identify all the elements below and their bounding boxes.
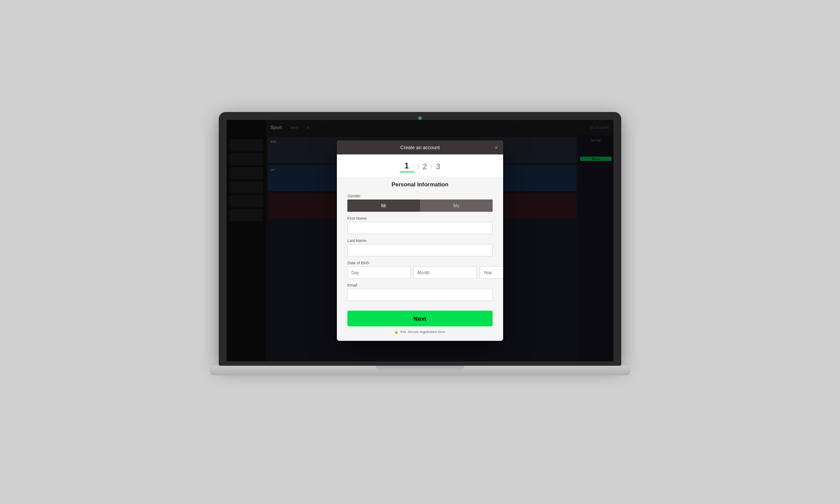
step-2-number: 2 bbox=[423, 162, 427, 172]
modal-body: Personal Information Gender Mr Ms First … bbox=[337, 177, 503, 341]
screen-bezel: Sport tions B 12:24 (GMT bet slip More g bbox=[219, 112, 621, 366]
dob-month-input[interactable] bbox=[413, 266, 477, 279]
gender-toggle: Mr Ms bbox=[347, 200, 493, 212]
create-account-modal: Create an account × 1 / 2 / bbox=[337, 140, 503, 341]
laptop-hinge bbox=[376, 366, 464, 370]
lock-icon: 🔒 bbox=[394, 330, 399, 334]
email-label: Email bbox=[347, 283, 493, 287]
modal-overlay: Create an account × 1 / 2 / bbox=[227, 120, 613, 361]
step-divider-1: / bbox=[417, 163, 419, 171]
gender-ms-button[interactable]: Ms bbox=[420, 200, 493, 212]
step-3: 3 bbox=[436, 162, 440, 172]
laptop-base bbox=[210, 366, 630, 375]
step-2: 2 bbox=[423, 162, 427, 172]
gender-group: Gender Mr Ms bbox=[347, 194, 493, 212]
dob-row bbox=[347, 266, 493, 279]
step-1: 1 bbox=[400, 161, 414, 172]
ssl-notice: 🔒 SSL Secure registration form. bbox=[347, 330, 493, 334]
next-button[interactable]: Next bbox=[347, 311, 493, 326]
first-name-group: First Name bbox=[347, 216, 493, 234]
dob-group: Date of Birth bbox=[347, 261, 493, 279]
step-1-number: 1 bbox=[405, 161, 409, 171]
step-1-underline bbox=[400, 172, 414, 172]
dob-label: Date of Birth bbox=[347, 261, 493, 265]
close-button[interactable]: × bbox=[494, 145, 498, 150]
ssl-text: SSL Secure registration form. bbox=[400, 330, 446, 334]
gender-label: Gender bbox=[347, 194, 493, 198]
camera bbox=[418, 116, 422, 120]
laptop: Sport tions B 12:24 (GMT bet slip More g bbox=[219, 112, 621, 392]
email-group: Email bbox=[347, 283, 493, 301]
step-divider-2: / bbox=[430, 163, 432, 171]
last-name-label: Last Name bbox=[347, 238, 493, 243]
dob-day-input[interactable] bbox=[347, 266, 411, 279]
dob-year-input[interactable] bbox=[480, 266, 503, 279]
last-name-group: Last Name bbox=[347, 238, 493, 256]
step-3-number: 3 bbox=[436, 162, 440, 172]
screen: Sport tions B 12:24 (GMT bet slip More g bbox=[227, 120, 613, 361]
modal-title: Create an account bbox=[400, 145, 440, 150]
first-name-label: First Name bbox=[347, 216, 493, 220]
first-name-input[interactable] bbox=[347, 222, 493, 234]
last-name-input[interactable] bbox=[347, 244, 493, 256]
modal-header: Create an account × bbox=[337, 140, 503, 154]
form-section-title: Personal Information bbox=[347, 181, 493, 188]
email-input[interactable] bbox=[347, 289, 493, 301]
step-indicator: 1 / 2 / 3 bbox=[337, 154, 503, 177]
gender-mr-button[interactable]: Mr bbox=[347, 200, 420, 212]
